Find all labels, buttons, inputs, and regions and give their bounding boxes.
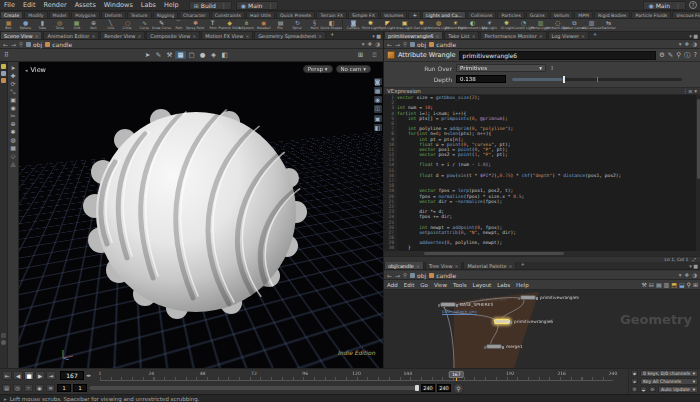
vex-code-editor[interactable]: 1vector size = getbbox_size(2);2 3int nu… [384, 95, 700, 251]
cook-mode-icon[interactable]: ◒ [640, 386, 647, 392]
tab-take-list[interactable]: Take List× [444, 32, 479, 39]
node-base-spheres[interactable] [440, 302, 456, 307]
list-icon[interactable]: ▤ [656, 281, 662, 288]
close-icon[interactable]: × [137, 34, 141, 39]
shelf-tool-metaball[interactable]: ◉Metaball [255, 20, 272, 30]
network-menu-layout[interactable]: Layout [470, 282, 495, 288]
close-icon[interactable]: × [435, 34, 439, 39]
close-icon[interactable]: × [91, 34, 95, 39]
new-tab-button[interactable]: ＋ [590, 32, 600, 39]
frame-step-buttons[interactable]: ◂▸ [86, 372, 91, 378]
shelf-tab-mpm[interactable]: MPM [574, 11, 593, 18]
node-primitivewrangle5[interactable] [520, 295, 536, 300]
play-button[interactable]: ▶ [35, 371, 45, 380]
tab-tree-view[interactable]: Tree View× [425, 262, 463, 269]
pane-split-icon[interactable]: ◑ [375, 41, 380, 47]
node-flag-right[interactable] [510, 321, 512, 324]
shelf-tool-curve[interactable]: ∿Curve [136, 20, 153, 30]
grid-snap-icon[interactable]: ⠿ [1, 51, 12, 59]
tab-geometry-spreadsheet[interactable]: Geometry Spreadsheet× [254, 32, 326, 39]
shelf-tab-collisions[interactable]: Collisions [467, 11, 497, 18]
menu-item-help[interactable]: Help [160, 1, 183, 9]
add-shelf-tab-button[interactable]: + [408, 11, 421, 18]
new-tab-button[interactable]: ＋ [517, 262, 527, 269]
network-menu-tools[interactable]: Tools [450, 282, 470, 288]
range-handle[interactable] [415, 385, 419, 391]
shelf-tool-draw-curve[interactable]: ✎Draw Curve [153, 20, 170, 30]
depth-slider[interactable] [512, 78, 682, 81]
key-all-channels-button[interactable]: Key All Channels▾ [640, 378, 698, 385]
pin-icon[interactable]: ⚲ [403, 41, 407, 47]
back-icon[interactable]: ← [3, 41, 8, 48]
side-tool-icon-8[interactable]: ✱ [10, 128, 15, 135]
close-icon[interactable]: × [455, 264, 459, 269]
shelf-tool-path[interactable]: ⌒Path [170, 20, 187, 30]
magnifier-icon[interactable]: ⚲ [676, 51, 681, 60]
color-palette-icon[interactable]: ⬓ [679, 281, 685, 288]
viewport-tool-icon-4[interactable]: ▢ [186, 51, 197, 59]
add-pane-icon[interactable]: ✚ [685, 272, 690, 278]
close-icon[interactable]: × [318, 34, 322, 39]
shelf-tool-box[interactable]: ▦Box [0, 20, 17, 30]
node-primitivewrangle6[interactable] [494, 319, 510, 324]
expand-arrows-icon[interactable]: ↕ [550, 65, 554, 71]
display-option-icon-0[interactable]: ◙ [374, 78, 382, 85]
side-tool-icon-4[interactable]: ▣ [10, 96, 16, 103]
shelf-tool-all-cameras[interactable]: ▥All Cameras [583, 20, 600, 30]
path-root[interactable]: obj [26, 41, 42, 48]
auto-update-button[interactable]: Auto Update▾ [658, 386, 698, 393]
chevron-down-icon[interactable]: ▾ [679, 272, 682, 278]
tab-scene-view[interactable]: Scene View× [0, 32, 42, 39]
go-to-start-button[interactable]: ⇤ [2, 371, 12, 380]
twisted-sphere-geometry[interactable] [81, 100, 311, 330]
network-menu-labs[interactable]: Labs [494, 282, 513, 288]
menu-item-labs[interactable]: Labs [137, 1, 160, 9]
code-vertical-scrollbar[interactable] [696, 95, 700, 251]
network-menu-go[interactable]: Go [417, 282, 431, 288]
playbar-option-icon-4[interactable]: ≡ [46, 384, 55, 392]
tab-performance-monitor[interactable]: Performance Monitor× [480, 32, 546, 39]
main-selector[interactable]: ◉ Main ⋮ [236, 1, 279, 10]
overview-icon[interactable]: ⊞ [693, 281, 698, 288]
viewport-tool-icon-0[interactable]: ➤ [142, 51, 153, 59]
shelf-tab-create[interactable]: Create [0, 11, 23, 18]
playbar-zoom-button[interactable]: ⚲ [453, 383, 464, 394]
shelf-tab-simple-fx[interactable]: Simple FX [348, 11, 379, 18]
menu-item-render[interactable]: Render [39, 1, 70, 9]
snippet-menu-icon[interactable]: ⋮≡ [682, 88, 692, 94]
pane-menu-icon[interactable]: ▾ ■ [689, 263, 700, 269]
close-icon[interactable]: × [192, 34, 196, 39]
display-option-icon-4[interactable]: ▣ [374, 115, 382, 122]
shelf-tab-texture[interactable]: Texture [127, 11, 152, 18]
depth-value-field[interactable]: 0.138 [456, 75, 506, 83]
side-tool-icon-7[interactable]: ⊕ [10, 120, 15, 127]
current-frame-field[interactable]: 167 [60, 371, 84, 380]
shelf-tab-deform[interactable]: Deform [101, 11, 126, 18]
node-flag-left[interactable] [484, 346, 486, 349]
shelf-tab-lights-and-ca[interactable]: Lights and Ca... [422, 11, 466, 18]
path-root[interactable]: obj [410, 41, 426, 48]
node-flag-right[interactable] [456, 304, 458, 307]
shelf-tab-particles[interactable]: Particles [497, 11, 524, 18]
help-icon[interactable]: ? [689, 1, 697, 9]
side-tool-icon-1[interactable]: ✚ [10, 72, 15, 79]
node-flag-right[interactable] [536, 297, 538, 300]
shelf-tab-modify[interactable]: Modify [24, 11, 47, 18]
run-over-dropdown[interactable]: Primitives▾ [456, 64, 546, 72]
viewport-tool-icon-7[interactable]: ◧ [219, 51, 230, 59]
tab-log-viewer[interactable]: Log Viewer× [548, 32, 589, 39]
shelf-tab-vellum[interactable]: Vellum [550, 11, 574, 18]
shelf-tab-hair-utils[interactable]: Hair Utils [246, 11, 275, 18]
user-icon[interactable] [1, 71, 6, 76]
range-end-field[interactable]: 240 [421, 384, 435, 392]
global-end-field[interactable]: 240 [437, 384, 451, 392]
shelf-tool-spot-light[interactable]: ◤Spot Light [379, 20, 396, 30]
shelf-tool-file[interactable]: ▤File [272, 20, 289, 30]
node-flag-right[interactable] [502, 346, 504, 349]
pane-split-icon[interactable]: ◑ [692, 41, 697, 47]
shelf-tool-caustic-light[interactable]: ◔Caustic Light [515, 20, 532, 30]
node-flag-left[interactable] [492, 321, 494, 324]
add-pane-icon[interactable]: ✚ [368, 41, 373, 47]
menu-item-assets[interactable]: Assets [71, 1, 100, 9]
shelf-tool-point-light[interactable]: ✺Point Light [362, 20, 379, 30]
